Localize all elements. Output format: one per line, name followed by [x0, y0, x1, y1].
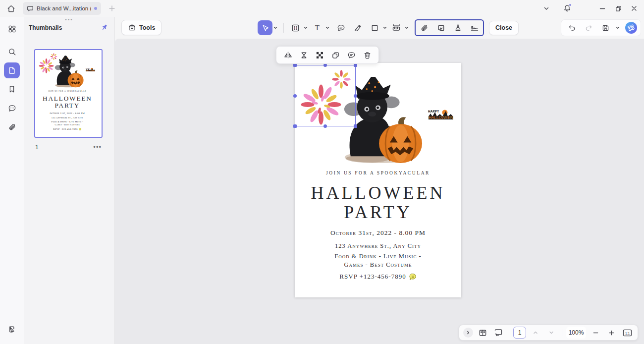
ai-assistant-button[interactable] [625, 21, 638, 34]
maximize-button[interactable] [610, 0, 626, 17]
comment-tool-button[interactable] [333, 20, 348, 35]
thumbnail-options-button[interactable]: ••• [93, 143, 102, 151]
sidebar-item-attachments[interactable] [4, 119, 20, 135]
selection-handle-middle-left[interactable] [293, 94, 297, 98]
document-canvas[interactable]: HAPPY HALLOWEEN JOIN US FOR A SPOOKYACUL… [115, 39, 644, 344]
page-number-input[interactable] [513, 327, 526, 339]
select-tool-button[interactable] [258, 20, 272, 35]
sidebar-item-thumbnails[interactable] [4, 62, 20, 78]
panel-drag-handle[interactable]: ••• [65, 17, 73, 22]
invite-activities-line2: Games - Best Costume [295, 261, 461, 269]
actual-size-button[interactable]: 1:1 [621, 326, 634, 339]
document-page[interactable]: HAPPY HALLOWEEN JOIN US FOR A SPOOKYACUL… [295, 63, 461, 297]
text-tool-button[interactable]: T [310, 20, 324, 35]
signature-tool-button[interactable] [467, 20, 482, 35]
measure-tool-button[interactable] [389, 20, 404, 35]
highlight-tool-button[interactable] [350, 20, 365, 35]
toolbar-collapse-button[interactable] [539, 1, 554, 16]
text-tool-dropdown[interactable] [324, 20, 330, 35]
toolbar-divider [283, 23, 284, 33]
redo-button[interactable] [581, 20, 596, 35]
extract-image-button[interactable] [314, 49, 325, 61]
sticker-tool-button[interactable] [433, 20, 448, 35]
add-comment-button[interactable] [345, 49, 357, 61]
selection-handle-middle-right[interactable] [354, 94, 357, 98]
happy-halloween-sticker[interactable]: HAPPY HALLOWEEN [427, 108, 455, 123]
minimize-button[interactable] [594, 0, 610, 17]
delete-button[interactable] [361, 49, 373, 61]
chevron-down-icon [615, 25, 620, 30]
selection-handle-top-right[interactable] [354, 63, 357, 67]
previous-page-button[interactable] [529, 326, 542, 339]
actual-size-icon: 1:1 [622, 328, 633, 338]
cat-pumpkin-image [54, 56, 84, 88]
invite-title-line2: PARTY [37, 102, 98, 109]
sticker-tool-icon [436, 23, 446, 33]
pin-icon[interactable] [100, 23, 108, 32]
zoom-out-button[interactable] [589, 326, 602, 339]
statusbar-expand-button[interactable] [463, 328, 473, 338]
close-window-button[interactable] [626, 0, 642, 17]
chevron-down-icon [325, 25, 330, 30]
selection-handle-bottom-left[interactable] [293, 124, 297, 128]
svg-text:HALLOWEEN: HALLOWEEN [86, 70, 95, 72]
zoom-level-display[interactable]: 100% [566, 327, 586, 339]
sidebar-item-comments[interactable] [4, 100, 20, 116]
attach-file-tool-button[interactable] [417, 20, 431, 35]
close-editor-button[interactable]: Close [489, 21, 519, 35]
presentation-icon [493, 328, 503, 338]
selection-handle-bottom-right[interactable] [354, 124, 357, 128]
signature-tool-icon [470, 23, 480, 33]
sidebar-item-search[interactable] [4, 44, 20, 59]
reading-view-icon [478, 328, 487, 338]
invite-title-line1: HALLOWEEN [295, 183, 461, 203]
presentation-button[interactable] [492, 326, 505, 339]
document-page[interactable]: HAPPY HALLOWEEN JOIN US FOR A SPOOKYACUL… [37, 51, 98, 137]
home-button[interactable] [4, 1, 18, 15]
duplicate-button[interactable] [329, 49, 341, 61]
shape-tool-dropdown[interactable] [382, 20, 388, 35]
select-tool-dropdown[interactable] [272, 20, 278, 35]
edit-tool-button[interactable]: H [288, 20, 303, 35]
thumbnail-page-preview[interactable]: HAPPY HALLOWEEN JOIN US FOR A SPOOKYACUL… [34, 49, 103, 138]
measure-tool-dropdown[interactable] [404, 20, 410, 35]
edit-tool-icon: H [291, 23, 300, 33]
sidebar-item-template[interactable] [4, 321, 20, 337]
thumbnail-page-number: 1 [35, 144, 39, 151]
shape-tool-button[interactable] [367, 20, 382, 35]
prev-page-icon [533, 330, 538, 336]
new-tab-button[interactable] [106, 2, 118, 14]
invite-address: 123 Anywhere St., Any City [37, 116, 98, 119]
tools-button[interactable]: Tools [121, 20, 161, 35]
sidebar-item-grid-menu[interactable] [4, 21, 20, 37]
notifications-button[interactable] [560, 1, 575, 16]
selection-handle-bottom-center[interactable] [323, 124, 327, 128]
next-page-icon [548, 330, 554, 336]
selection-handle-top-left[interactable] [293, 63, 297, 67]
save-dropdown[interactable] [615, 20, 621, 35]
happy-halloween-sticker: HAPPY HALLOWEEN [85, 67, 96, 72]
invite-title-line1: HALLOWEEN [37, 95, 98, 102]
invite-title: HALLOWEEN PARTY [295, 183, 461, 222]
zoom-in-button[interactable] [605, 326, 618, 339]
undo-button[interactable] [564, 20, 579, 35]
reading-view-button[interactable] [476, 326, 489, 339]
invite-rsvp-text: RSVP +123-456-7890 [339, 273, 406, 281]
edit-tool-dropdown[interactable] [303, 20, 309, 35]
next-page-button[interactable] [545, 326, 558, 339]
statusbar-divider [509, 329, 509, 337]
rsvp-comment-bubble-icon[interactable] [409, 273, 417, 281]
highlight-pen-icon [353, 23, 363, 33]
invite-kicker: JOIN US FOR A SPOOKYACULAR [295, 171, 461, 175]
save-button[interactable] [598, 20, 613, 35]
selection-overlay[interactable] [295, 65, 356, 126]
statusbar-divider [562, 329, 562, 337]
sidebar-item-bookmarks[interactable] [4, 81, 20, 97]
attach-file-icon [420, 23, 429, 33]
flip-vertical-button[interactable] [298, 49, 310, 61]
document-tab[interactable]: Black and W...itation (1) [23, 2, 101, 15]
selection-handle-top-center[interactable] [323, 63, 327, 67]
minimize-icon [599, 5, 606, 12]
flip-horizontal-button[interactable] [282, 49, 294, 61]
stamp-tool-button[interactable] [450, 20, 465, 35]
